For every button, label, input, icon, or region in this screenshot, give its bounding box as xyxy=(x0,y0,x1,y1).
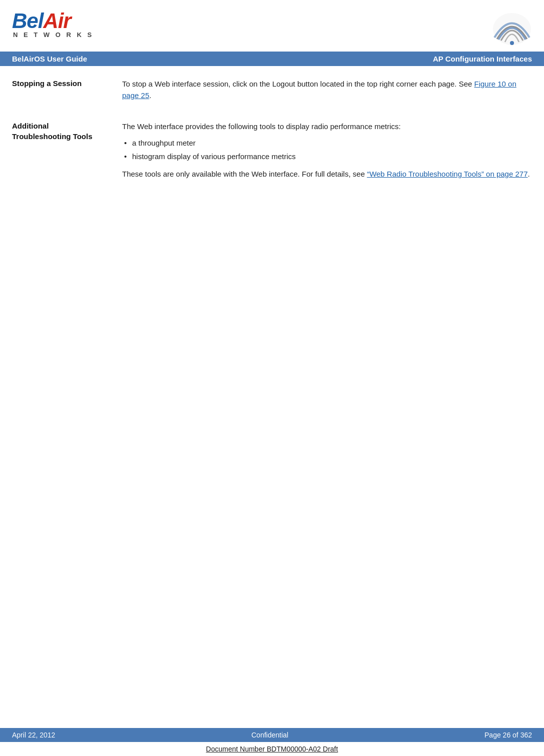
figure-10-link[interactable]: Figure 10 on page 25 xyxy=(122,80,516,100)
logo-area: BelAir N E T W O R K S xyxy=(12,9,94,39)
footer-bar: April 22, 2012 Confidential Page 26 of 3… xyxy=(0,728,544,742)
svg-point-0 xyxy=(493,13,531,45)
section-body-stopping: To stop a Web interface session, click o… xyxy=(122,78,532,107)
section-body-troubleshooting: The Web interface provides the following… xyxy=(122,121,532,185)
section-troubleshooting: AdditionalTroubleshooting Tools The Web … xyxy=(12,121,532,185)
nav-bar: BelAirOS User Guide AP Configuration Int… xyxy=(0,52,544,66)
footer-confidential: Confidential xyxy=(55,731,484,739)
web-radio-tools-link[interactable]: “Web Radio Troubleshooting Tools” on pag… xyxy=(367,170,527,178)
section-title-stopping: Stopping a Session xyxy=(12,78,122,107)
logo-networks-text: N E T W O R K S xyxy=(12,31,94,39)
svg-point-1 xyxy=(510,41,514,45)
section-stopping-session: Stopping a Session To stop a Web interfa… xyxy=(12,78,532,107)
troubleshooting-outro: These tools are only available with the … xyxy=(122,168,532,180)
nav-bar-title-right: AP Configuration Interfaces xyxy=(433,55,532,63)
troubleshooting-list: a throughput meter histogram display of … xyxy=(122,137,532,163)
belair-logo-icon xyxy=(487,9,532,47)
list-item-histogram: histogram display of various performance… xyxy=(122,151,532,162)
main-content: Stopping a Session To stop a Web interfa… xyxy=(0,66,544,239)
logo-air-text: Air xyxy=(43,9,71,33)
logo-bel-text: Bel xyxy=(12,9,43,33)
stopping-session-text: To stop a Web interface session, click o… xyxy=(122,78,532,102)
footer-doc-number: Document Number BDTM00000-A02 Draft xyxy=(0,742,544,756)
list-item-throughput: a throughput meter xyxy=(122,137,532,149)
footer-date: April 22, 2012 xyxy=(12,731,55,739)
page-header: BelAir N E T W O R K S xyxy=(0,0,544,52)
nav-bar-title-left: BelAirOS User Guide xyxy=(12,55,87,63)
section-title-troubleshooting: AdditionalTroubleshooting Tools xyxy=(12,121,122,185)
footer: April 22, 2012 Confidential Page 26 of 3… xyxy=(0,728,544,756)
logo-belair: BelAir xyxy=(12,9,94,33)
footer-page: Page 26 of 362 xyxy=(484,731,532,739)
troubleshooting-intro: The Web interface provides the following… xyxy=(122,121,532,132)
